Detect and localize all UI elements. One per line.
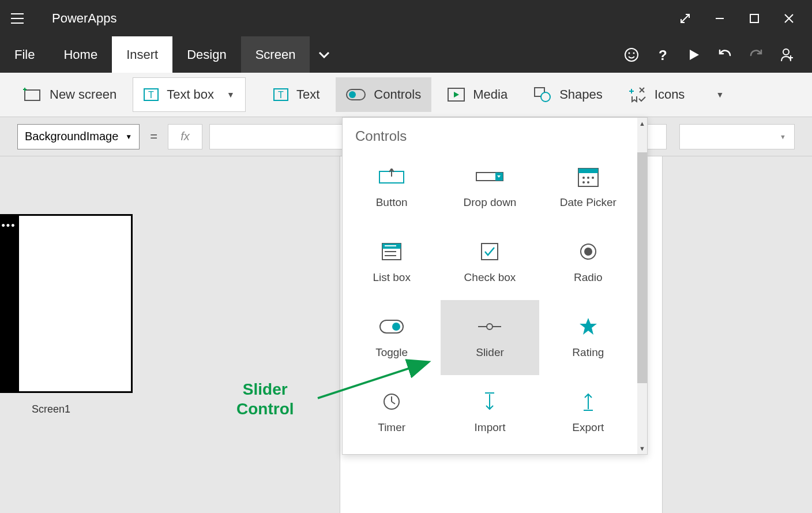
svg-point-15 bbox=[541, 92, 550, 102]
feedback-icon[interactable] bbox=[624, 47, 639, 62]
menu-bar: File Home Insert Design Screen ? bbox=[0, 36, 812, 73]
icons-button[interactable]: Icons bbox=[619, 77, 696, 112]
control-label: Drop down bbox=[464, 196, 517, 209]
scroll-down-icon[interactable]: ▼ bbox=[637, 443, 647, 454]
svg-point-5 bbox=[783, 49, 789, 55]
menu-insert[interactable]: Insert bbox=[112, 36, 172, 73]
rating-icon bbox=[578, 316, 598, 337]
screen-label: Screen1 bbox=[32, 403, 190, 415]
popup-title: Controls bbox=[343, 118, 647, 150]
shapes-label: Shapes bbox=[559, 87, 603, 102]
svg-point-24 bbox=[582, 181, 585, 184]
control-label: Radio bbox=[574, 271, 603, 284]
annotation-line2: Control bbox=[236, 399, 294, 419]
chevron-down-icon: ▼ bbox=[227, 90, 235, 99]
svg-point-23 bbox=[592, 177, 594, 179]
svg-point-12 bbox=[349, 91, 356, 98]
hamburger-menu[interactable] bbox=[0, 13, 35, 24]
app-title: PowerApps bbox=[52, 11, 117, 26]
control-slider[interactable]: Slider bbox=[441, 300, 539, 375]
undo-icon[interactable] bbox=[717, 47, 732, 62]
control-label: Date Picker bbox=[560, 196, 616, 209]
dropdown-icon bbox=[476, 166, 503, 187]
slider-icon bbox=[478, 316, 502, 337]
control-label: Slider bbox=[476, 346, 504, 359]
button-icon bbox=[379, 166, 404, 187]
new-screen-button[interactable]: New screen bbox=[13, 77, 127, 112]
scroll-up-icon[interactable]: ▲ bbox=[637, 118, 647, 129]
control-label: List box bbox=[373, 271, 410, 284]
radio-icon bbox=[580, 241, 597, 262]
checkbox-icon bbox=[481, 241, 498, 262]
svg-point-32 bbox=[392, 323, 400, 331]
control-export[interactable]: Export bbox=[539, 375, 637, 450]
annotation-arrow-icon bbox=[315, 358, 436, 404]
play-icon[interactable] bbox=[686, 47, 701, 62]
svg-point-2 bbox=[629, 52, 630, 54]
property-select[interactable]: BackgroundImage ▼ bbox=[17, 124, 140, 149]
annotation-label: Slider Control bbox=[236, 380, 294, 418]
control-rating[interactable]: Rating bbox=[539, 300, 637, 375]
value-select[interactable]: ▼ bbox=[679, 124, 795, 149]
svg-point-30 bbox=[584, 248, 592, 256]
scrollbar-thumb[interactable] bbox=[637, 152, 647, 383]
control-label: Toggle bbox=[375, 346, 408, 359]
svg-rect-0 bbox=[750, 14, 758, 23]
screen-thumb-menu[interactable]: ••• bbox=[0, 214, 17, 393]
svg-point-21 bbox=[582, 177, 585, 179]
menu-file[interactable]: File bbox=[0, 36, 49, 73]
control-dropdown[interactable]: Drop down bbox=[441, 150, 539, 225]
control-listbox[interactable]: List box bbox=[343, 225, 441, 300]
redo-icon[interactable] bbox=[749, 47, 764, 62]
help-icon[interactable]: ? bbox=[655, 47, 670, 62]
menu-screen[interactable]: Screen bbox=[241, 36, 310, 73]
property-select-value: BackgroundImage bbox=[25, 130, 118, 143]
add-user-icon[interactable] bbox=[780, 47, 795, 62]
annotation-line1: Slider bbox=[236, 380, 294, 399]
expand-icon[interactable] bbox=[676, 10, 694, 27]
media-button[interactable]: Media bbox=[437, 77, 518, 112]
control-label: Timer bbox=[378, 421, 405, 434]
controls-button[interactable]: Controls bbox=[336, 77, 431, 112]
control-import[interactable]: Import bbox=[441, 375, 539, 450]
svg-line-35 bbox=[318, 362, 427, 398]
maximize-button[interactable] bbox=[746, 10, 763, 27]
shapes-button[interactable]: Shapes bbox=[524, 77, 613, 112]
text-button[interactable]: T Text bbox=[263, 77, 330, 112]
export-icon bbox=[581, 391, 595, 412]
control-checkbox[interactable]: Check box bbox=[441, 225, 539, 300]
listbox-icon bbox=[382, 241, 401, 262]
svg-rect-20 bbox=[578, 168, 598, 173]
screen-thumb[interactable] bbox=[17, 214, 133, 393]
text-box-button[interactable]: T Text box ▼ bbox=[133, 77, 246, 112]
chevron-down-icon: ▼ bbox=[780, 133, 786, 140]
menu-chevron-down-icon[interactable] bbox=[310, 36, 339, 73]
menu-design[interactable]: Design bbox=[172, 36, 240, 73]
control-button[interactable]: Button bbox=[343, 150, 441, 225]
title-bar: PowerApps bbox=[0, 0, 812, 36]
menu-home[interactable]: Home bbox=[49, 36, 112, 73]
controls-label: Controls bbox=[374, 87, 421, 102]
datepicker-icon bbox=[578, 166, 599, 187]
fx-label: fx bbox=[168, 124, 202, 149]
svg-rect-6 bbox=[25, 90, 40, 100]
text-box-label: Text box bbox=[167, 87, 214, 102]
close-button[interactable] bbox=[780, 10, 798, 27]
control-datepicker[interactable]: Date Picker bbox=[539, 150, 637, 225]
control-radio[interactable]: Radio bbox=[539, 225, 637, 300]
media-label: Media bbox=[473, 87, 507, 102]
import-icon bbox=[483, 391, 497, 412]
icons-label: Icons bbox=[655, 87, 685, 102]
screens-panel: ••• Screen1 bbox=[0, 156, 190, 513]
control-label: Button bbox=[376, 196, 408, 209]
controls-popup: ▲ ▼ Controls Button Drop down Date Picke… bbox=[342, 117, 648, 455]
svg-point-33 bbox=[487, 324, 493, 329]
equals-label: = bbox=[150, 129, 157, 144]
ribbon-more-button[interactable]: ▼ bbox=[701, 77, 734, 112]
minimize-button[interactable] bbox=[711, 10, 728, 27]
svg-text:?: ? bbox=[659, 47, 667, 62]
control-label: Export bbox=[572, 421, 604, 434]
control-label: Import bbox=[475, 421, 506, 434]
svg-point-22 bbox=[587, 177, 589, 179]
svg-point-1 bbox=[625, 48, 638, 61]
